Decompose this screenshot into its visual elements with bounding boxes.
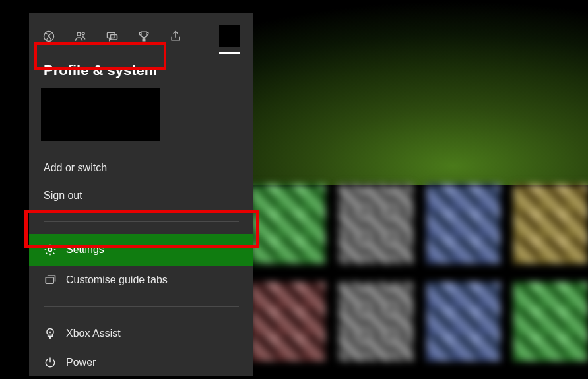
- tabs-icon: [44, 274, 57, 287]
- xbox-assist-item[interactable]: Xbox Assist: [41, 319, 242, 348]
- background-wave: [251, 0, 588, 185]
- svg-point-7: [49, 334, 50, 334]
- svg-point-5: [49, 248, 52, 252]
- game-tile[interactable]: [513, 282, 588, 361]
- menu-label: Sign out: [44, 190, 82, 202]
- chat-icon[interactable]: [106, 30, 119, 43]
- game-tile[interactable]: [426, 282, 501, 361]
- svg-rect-4: [111, 35, 117, 40]
- lightbulb-icon: [44, 327, 57, 340]
- share-icon[interactable]: [169, 30, 182, 43]
- xbox-icon[interactable]: [42, 30, 55, 43]
- menu-label: Add or switch: [44, 162, 107, 174]
- settings-item[interactable]: Settings: [29, 234, 253, 266]
- profile-tab[interactable]: [219, 25, 240, 47]
- trophy-icon[interactable]: [137, 30, 150, 43]
- gear-icon: [44, 243, 57, 256]
- menu-label: Settings: [66, 244, 104, 256]
- menu-separator: [44, 221, 239, 222]
- menu-label: Power: [66, 357, 96, 368]
- sign-out-item[interactable]: Sign out: [41, 182, 242, 210]
- game-tile[interactable]: [251, 185, 325, 264]
- customise-guide-tabs-item[interactable]: Customise guide tabs: [41, 266, 242, 295]
- svg-point-1: [77, 32, 81, 36]
- guide-panel: Profile & system Add or switch Sign out …: [29, 13, 253, 376]
- power-icon: [44, 356, 57, 369]
- menu-label: Customise guide tabs: [66, 274, 168, 286]
- game-tiles-grid: [251, 185, 588, 379]
- game-tile[interactable]: [426, 185, 501, 264]
- add-or-switch-item[interactable]: Add or switch: [41, 154, 242, 182]
- system-menu: Settings Customise guide tabs: [29, 230, 253, 299]
- svg-rect-6: [46, 277, 53, 283]
- profile-avatar[interactable]: [41, 88, 160, 141]
- panel-title-wrap: Profile & system: [38, 59, 244, 82]
- power-item[interactable]: Power: [41, 348, 242, 377]
- panel-title: Profile & system: [44, 62, 239, 79]
- game-tile[interactable]: [339, 185, 413, 264]
- people-icon[interactable]: [74, 30, 87, 43]
- game-tile[interactable]: [339, 282, 413, 361]
- account-menu: Add or switch Sign out: [29, 150, 253, 214]
- guide-tab-row: [29, 13, 253, 54]
- menu-separator: [44, 306, 239, 307]
- game-tile[interactable]: [513, 185, 588, 264]
- help-menu: Xbox Assist Power: [29, 315, 253, 379]
- menu-label: Xbox Assist: [66, 328, 121, 339]
- svg-point-2: [82, 32, 84, 35]
- game-tile[interactable]: [251, 282, 325, 361]
- active-tab-underline: [219, 52, 240, 54]
